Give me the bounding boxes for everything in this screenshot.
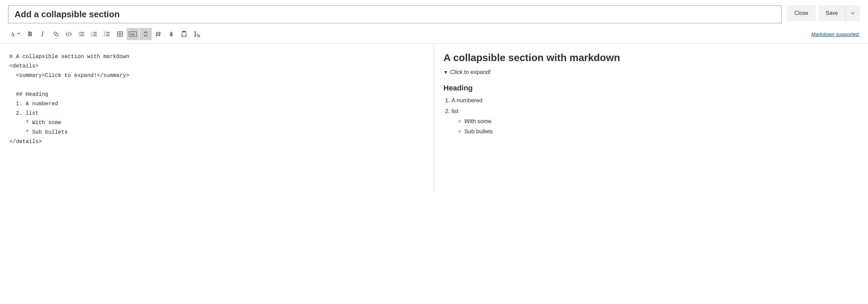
save-dropdown-button[interactable] <box>846 5 860 21</box>
markdown-editor[interactable]: # A collapsible section with markdown <d… <box>0 44 434 192</box>
expand-collapse-icon <box>142 31 149 37</box>
branch-button[interactable] <box>191 28 203 40</box>
preview-heading-1: A collapsible section with markdown <box>444 52 859 63</box>
svg-point-14 <box>194 31 196 33</box>
save-button[interactable]: Save <box>818 5 846 21</box>
svg-rect-16 <box>198 35 200 37</box>
bullet-list-icon <box>78 31 85 37</box>
preview-heading-2: Heading <box>444 84 859 92</box>
chevron-down-icon <box>850 11 855 16</box>
svg-rect-12 <box>182 32 186 37</box>
list-item: Sub bullets <box>465 128 859 135</box>
checklist-button[interactable] <box>101 28 113 40</box>
svg-text:Abc: Abc <box>130 33 135 36</box>
checklist-icon <box>104 31 111 37</box>
close-button[interactable]: Close <box>787 5 816 21</box>
collapsible-section-button[interactable] <box>140 28 152 40</box>
numbered-list-icon: 123 <box>91 31 98 37</box>
formatting-toolbar: A B I 123 Abc <box>8 28 203 40</box>
paperclip-icon <box>168 31 175 37</box>
bold-button[interactable]: B <box>24 28 36 40</box>
clipboard-code-icon <box>181 31 187 37</box>
branch-icon <box>193 31 200 37</box>
code-icon <box>65 31 72 37</box>
mention-button[interactable] <box>152 28 164 40</box>
list-item: list With some Sub bullets <box>452 108 859 135</box>
list-item: With some <box>465 118 859 125</box>
markdown-supported-link[interactable]: Markdown supported. <box>811 31 860 37</box>
abc-highlight-button[interactable]: Abc <box>127 28 139 40</box>
details-summary[interactable]: ▼ Click to expand! <box>444 69 859 76</box>
text-format-button[interactable]: A <box>8 28 24 40</box>
svg-point-4 <box>79 34 80 34</box>
table-icon <box>117 31 123 37</box>
list-item: A numbered <box>452 97 859 104</box>
title-input[interactable] <box>8 5 782 23</box>
bullet-list-button[interactable] <box>76 28 88 40</box>
svg-text:3: 3 <box>91 35 92 37</box>
svg-point-15 <box>194 35 196 37</box>
svg-text:I: I <box>41 31 44 37</box>
hash-icon <box>155 31 162 37</box>
numbered-list-button[interactable]: 123 <box>88 28 100 40</box>
markdown-preview: A collapsible section with markdown ▼ Cl… <box>434 44 868 192</box>
link-button[interactable] <box>50 28 62 40</box>
italic-icon: I <box>40 31 47 37</box>
svg-text:B: B <box>28 31 32 37</box>
triangle-down-icon: ▼ <box>444 70 448 75</box>
summary-text: Click to expand! <box>450 69 491 76</box>
list-item-text: list <box>452 108 459 114</box>
text-format-icon: A <box>11 31 21 37</box>
svg-point-3 <box>79 32 80 33</box>
code-button[interactable] <box>63 28 75 40</box>
svg-point-5 <box>79 35 80 36</box>
bold-icon: B <box>27 31 34 37</box>
table-button[interactable] <box>114 28 126 40</box>
link-icon <box>53 31 59 37</box>
italic-button[interactable]: I <box>37 28 49 40</box>
attachment-button[interactable] <box>165 28 177 40</box>
abc-icon: Abc <box>129 31 137 37</box>
clipboard-code-button[interactable] <box>178 28 190 40</box>
